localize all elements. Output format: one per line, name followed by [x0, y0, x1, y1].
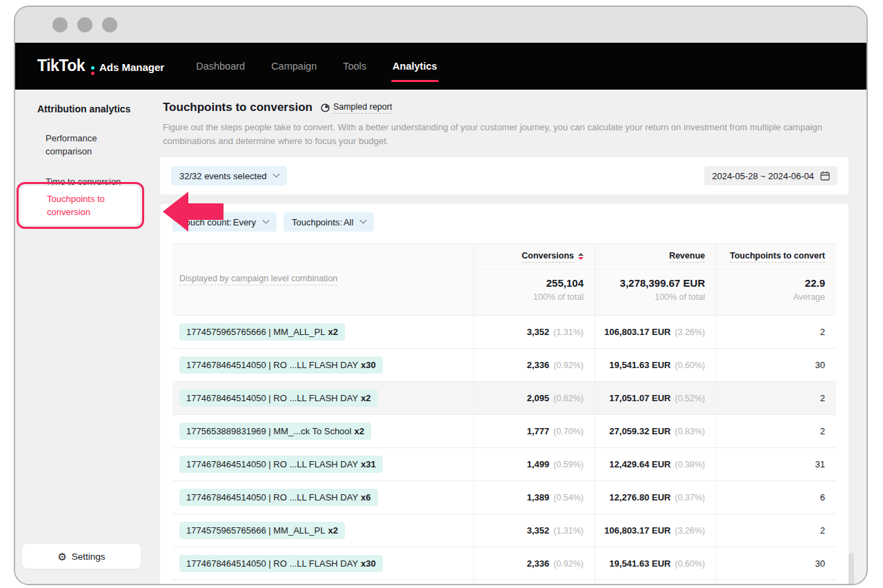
cell-touchpoints: 2 — [716, 382, 836, 414]
vertical-scrollbar[interactable] — [849, 553, 854, 585]
table-row: 1774575965765666 | MM_ALL_PLx2 3,352(1.3… — [172, 514, 836, 547]
table-row: 1774678464514050 | RO ...LL FLASH DAYx31… — [172, 447, 836, 480]
window-titlebar — [15, 7, 866, 43]
chevron-down-icon — [360, 216, 367, 223]
nav-item-tools[interactable]: Tools — [341, 57, 368, 76]
summary-touchpoints: 22.9 Average — [716, 270, 836, 315]
sampled-report-label: Sampled report — [333, 102, 392, 114]
cell-revenue: 17,051.07 EUR(0.52%) — [595, 382, 716, 414]
settings-button[interactable]: ⚙ Settings — [22, 544, 141, 569]
sampled-report-badge[interactable]: Sampled report — [321, 102, 392, 114]
table-row: 1774678464514050 | RO ...LL FLASH DAYx30… — [172, 547, 836, 580]
calendar-icon — [820, 171, 830, 181]
touch-count-dropdown[interactable]: Touch count:Every — [172, 212, 277, 232]
cell-conversions: 2,336(0.92%) — [473, 349, 595, 381]
chevron-down-icon — [263, 216, 270, 223]
nav-item-dashboard[interactable]: Dashboard — [195, 57, 246, 76]
settings-label: Settings — [72, 551, 106, 562]
nav-links: Dashboard Campaign Tools Analytics — [195, 57, 438, 76]
touchpoints-dropdown[interactable]: Touchpoints:All — [284, 212, 374, 232]
touchpoints-label: Touchpoints: — [292, 217, 342, 227]
sidebar-item-performance-comparison[interactable]: Performance comparison — [46, 132, 131, 158]
cell-revenue: 12,429.64 EUR(0.38%) — [595, 448, 716, 480]
table-body: 1774575965765666 | MM_ALL_PLx2 3,352(1.3… — [172, 315, 836, 585]
touch-count-value: Every — [233, 217, 256, 227]
cell-conversions: 1,499(0.59%) — [473, 580, 595, 585]
events-dropdown[interactable]: 32/32 events selected — [171, 166, 287, 185]
tiktok-logo: TikTok Ads Manager — [37, 57, 164, 77]
group-by-label: Displayed by campaign level combination — [179, 274, 337, 285]
cell-conversions: 2,095(0.82%) — [473, 382, 595, 414]
summary-conversions: 255,104 100% of total — [473, 270, 595, 315]
cell-revenue: 12,276.80 EUR(0.37%) — [595, 481, 716, 514]
cell-touchpoints: 2 — [716, 415, 836, 447]
sidebar-section-title: Attribution analytics — [15, 90, 150, 114]
table-row: 1774678464514050 | RO ...LL FLASH DAYx31… — [172, 580, 836, 585]
events-filter-bar: 32/32 events selected 2024-05-28 ~ 2024-… — [160, 157, 849, 194]
table-header: Displayed by campaign level combination … — [172, 243, 836, 315]
page-description: Figure out the steps people take to conv… — [163, 121, 849, 148]
column-header-revenue[interactable]: Revenue — [595, 244, 716, 270]
report-card: Touch count:Every Touchpoints:All Displa… — [160, 204, 849, 585]
sidebar-item-touchpoints-to-conversion[interactable]: Touchpoints to conversion — [21, 186, 140, 225]
touch-count-label: Touch count: — [181, 217, 232, 227]
cell-revenue: 106,803.17 EUR(3.26%) — [595, 316, 716, 348]
campaign-tag[interactable]: 1774678464514050 | RO ...LL FLASH DAYx6 — [179, 489, 378, 506]
browser-window: TikTok Ads Manager Dashboard Campaign To… — [14, 6, 868, 585]
column-header-touchpoints[interactable]: Touchpoints to convert — [716, 244, 836, 270]
campaign-tag[interactable]: 1774678464514050 | RO ...LL FLASH DAYx31 — [179, 456, 383, 473]
clock-icon — [321, 103, 330, 112]
cell-revenue: 27,059.32 EUR(0.83%) — [595, 415, 716, 447]
window-dot-icon — [102, 17, 117, 32]
campaign-tag[interactable]: 1774575965765666 | MM_ALL_PLx2 — [179, 323, 345, 341]
gear-icon: ⚙ — [57, 551, 66, 562]
cell-conversions: 1,777(0.70%) — [473, 415, 595, 447]
campaign-tag[interactable]: 1775653889831969 | MM_...ck To Schoolx2 — [179, 423, 371, 440]
table-row: 1775653889831969 | MM_...ck To Schoolx2 … — [172, 414, 836, 447]
window-dot-icon — [52, 17, 68, 32]
cell-touchpoints: 2 — [716, 514, 836, 547]
brand-suffix: Ads Manager — [99, 61, 164, 73]
cell-touchpoints: 31 — [716, 580, 836, 585]
campaign-tag[interactable]: 1774678464514050 | RO ...LL FLASH DAYx30 — [179, 555, 383, 572]
cell-touchpoints: 31 — [716, 448, 836, 480]
nav-item-campaign[interactable]: Campaign — [270, 57, 318, 76]
touchpoints-value: All — [344, 217, 353, 227]
sidebar: Attribution analytics Performance compar… — [15, 90, 150, 585]
cell-conversions: 1,499(0.59%) — [473, 448, 595, 480]
main-panel: Touchpoints to conversion Sampled report… — [150, 90, 866, 585]
page-title: Touchpoints to conversion — [163, 101, 312, 114]
campaign-tag[interactable]: 1774678464514050 | RO ...LL FLASH DAYx2 — [179, 389, 378, 407]
cell-conversions: 3,352(1.31%) — [473, 316, 595, 348]
window-dot-icon — [77, 17, 92, 32]
brand-colon-icon — [91, 66, 95, 75]
column-header-conversions[interactable]: Conversions — [473, 244, 595, 270]
cell-touchpoints: 2 — [716, 316, 836, 348]
events-dropdown-value: 32/32 events selected — [179, 171, 266, 181]
cell-conversions: 2,336(0.92%) — [473, 547, 595, 580]
table-row: 1774678464514050 | RO ...LL FLASH DAYx30… — [172, 348, 836, 381]
annotation-highlight-box: Touchpoints to conversion — [17, 182, 144, 229]
campaign-tag[interactable]: 1774678464514050 | RO ...LL FLASH DAYx30 — [179, 356, 383, 374]
summary-revenue: 3,278,399.67 EUR 100% of total — [595, 270, 716, 315]
table-row: 1774575965765666 | MM_ALL_PLx2 3,352(1.3… — [172, 315, 836, 348]
sort-icon — [578, 253, 584, 260]
cell-touchpoints: 30 — [716, 547, 836, 580]
cell-conversions: 1,389(0.54%) — [473, 481, 595, 514]
cell-revenue: 12,429.64 EUR(0.38%) — [595, 580, 716, 585]
nav-item-analytics[interactable]: Analytics — [391, 57, 438, 76]
table-row: 1774678464514050 | RO ...LL FLASH DAYx6 … — [172, 480, 836, 514]
cell-touchpoints: 6 — [716, 481, 836, 514]
date-range-value: 2024-05-28 ~ 2024-06-04 — [712, 171, 814, 181]
cell-touchpoints: 30 — [716, 349, 836, 381]
date-range-picker[interactable]: 2024-05-28 ~ 2024-06-04 — [704, 166, 837, 185]
cell-revenue: 19,541.63 EUR(0.60%) — [595, 349, 716, 381]
cell-revenue: 19,541.63 EUR(0.60%) — [595, 547, 716, 580]
top-navbar: TikTok Ads Manager Dashboard Campaign To… — [15, 43, 866, 90]
cell-revenue: 106,803.17 EUR(3.26%) — [595, 514, 716, 547]
cell-conversions: 3,352(1.31%) — [473, 514, 595, 547]
touchpoints-table: Displayed by campaign level combination … — [172, 243, 836, 585]
brand-name: TikTok — [37, 57, 85, 75]
campaign-tag[interactable]: 1774575965765666 | MM_ALL_PLx2 — [179, 522, 345, 539]
table-row: 1774678464514050 | RO ...LL FLASH DAYx2 … — [172, 381, 836, 414]
